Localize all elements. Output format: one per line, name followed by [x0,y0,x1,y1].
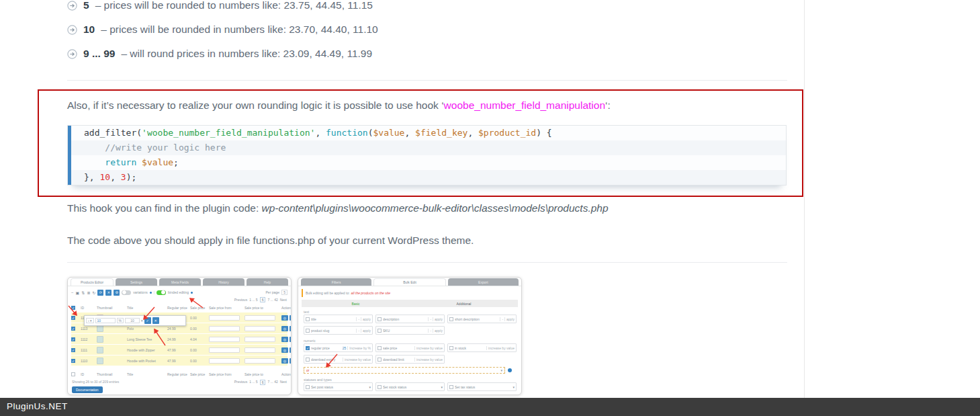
apply-select: apply [433,317,443,321]
sale-price-from-input [209,347,240,353]
hook-paragraph-prefix: Also, if it’s necessary to realize your … [67,99,444,111]
divider [67,80,787,81]
tab: Bulk Edit [373,278,445,286]
section-additional: Additional [410,302,518,306]
cell-id: 1112 [81,337,97,341]
divider [67,262,787,263]
view-button-icon: ◎ [281,315,288,321]
or-label: or [306,368,500,372]
warning-target: all the products on the site [351,291,390,295]
cell-sale-price: 0.00 [190,316,209,320]
view-button-icon: ◎ [281,337,288,342]
rounding-examples-list: 5 – prices will be rounded to numbers li… [67,0,378,66]
tab: Products Editor [71,278,114,286]
col-sale-price: Sale price [190,306,209,310]
arrow-circle-icon [67,1,77,11]
entries-summary: Showing 26 to 30 of 209 entries [72,380,119,384]
list-item: 9 ... 99 – will round prices in numbers … [67,42,378,66]
field-box: Set tax status ▾ [447,382,517,391]
cell-id: 1110 [81,359,97,363]
add-field-dashed-select: or ▾ [304,367,505,374]
field-label: product slug [311,329,355,333]
products-toolbar: − ▣ ⇅ ≣ ↻ ⟳ ✕ ⚙ variations | binded edit… [71,288,287,296]
operator-select: ‹ ▾ [86,318,94,323]
field-box-regular-price: ✓ regular price 25 Increase by % [304,343,373,352]
footer-brand-link[interactable]: PluginUs.NET [7,401,68,411]
sale-price-from-input [209,337,240,342]
field-label: in stock [455,346,485,350]
arrow-circle-icon [67,25,77,35]
bullet-text: – will round prices in numbers like: 23.… [121,48,372,60]
field-checkbox [377,317,382,321]
field-checkbox [377,358,382,362]
tab: History [203,278,244,286]
operation-select: Increase by % [347,346,371,350]
reload-icon: ↻ [92,290,95,295]
sale-price-to-input [244,315,275,321]
cell-regular-price: 24.99 [167,327,190,331]
variations-label: variations [133,290,147,294]
pagination-bottom: Previous 1 ... 5 6 7 ... 42 Next [234,380,287,385]
field-box: SKU - apply [375,326,445,335]
col-thumbnail: Thumbnail [97,306,127,310]
field-label: description [383,317,427,321]
view-button-icon: ◎ [281,326,288,331]
cell-sale-price: 0.00 [190,348,209,352]
row-actions: ◎ ✎ [281,315,292,321]
row-checkbox: ✓ [71,316,75,320]
image-icon: ▣ [76,290,80,295]
products-editor-tabs: Products EditorSettingsMeta FieldsHistor… [68,278,291,286]
field-checkbox [306,385,310,389]
cell-id: 1113 [81,327,97,331]
operator-select: - [428,329,431,333]
row-actions: ◎ ✎ [281,337,292,342]
table-row: ✓ 1110 Hoodie with Pocket 47.99 0.00 ◎ ✎ [71,356,287,366]
inline-price-editor-popup: ‹ ▾ 10 % 10 ▾ ✓ ✕ [84,315,186,326]
caret-down-icon: ▾ [500,368,502,372]
trash-button-icon: ✕ [105,290,112,296]
edit-button-icon: ✎ [289,347,292,353]
value-input: 10 [95,318,116,323]
product-thumbnail [97,336,103,343]
pagination-pages: 1 ... 5 [249,298,258,302]
cell-title: Hoodie with Zipper [127,348,167,352]
operator-select: - [356,317,359,321]
field-box: download limit increase by value [375,355,445,364]
edit-button-icon: ✎ [289,358,292,364]
group-label-statuses: statuses and types [304,378,332,382]
field-box: sale price increase by value [375,343,445,352]
operator-select: - [500,317,503,321]
binded-editing-toggle [157,290,166,295]
content-column-border [804,0,805,398]
pagination-pages: 7 ... 42 [267,298,277,302]
pagination-top: Previous 1 ... 5 6 7 ... 42 Next [234,297,287,302]
field-box: description - apply [375,315,445,323]
hook-name-link[interactable]: woobe_number_field_manipulation [444,99,605,111]
product-thumbnail [97,358,103,364]
field-checkbox [306,317,310,321]
info-dot-icon [191,292,193,294]
per-page-label: Per page: [266,290,281,294]
apply-select: apply [433,329,443,333]
row-actions: ◎ ✎ [281,326,292,331]
value2-input: 10 [125,318,140,323]
products-editor-screenshot-thumbnail[interactable]: Products EditorSettingsMeta FieldsHistor… [67,277,292,395]
operator-select: - [356,329,359,333]
cell-regular-price: 24.99 [167,337,190,341]
caret-down-icon: ▾ [513,385,515,389]
field-checkbox [306,329,310,333]
col-actions: Actions [281,306,292,310]
operation-select: increase by value [343,358,371,362]
hook-paragraph: Also, if it’s necessary to realize your … [67,99,611,112]
operation-select: increase by value [414,346,443,350]
binded-editing-label: binded editing [168,290,189,294]
plugin-file-path: wp-content\plugins\woocommerce-bulk-edit… [262,202,609,214]
field-box: in stock increase by value [447,343,517,352]
field-box: download expiry increase by value [304,355,373,364]
row-checkbox: ✓ [71,359,75,363]
bulk-edit-screenshot-thumbnail[interactable]: FiltersBulk EditExport Bulk editing will… [298,277,522,395]
hook-paragraph-suffix: ‘: [605,99,611,111]
variations-toggle [122,290,131,295]
apply-select: apply [361,317,371,321]
path-prefix: This hook you can find in the plugin cod… [67,202,262,214]
